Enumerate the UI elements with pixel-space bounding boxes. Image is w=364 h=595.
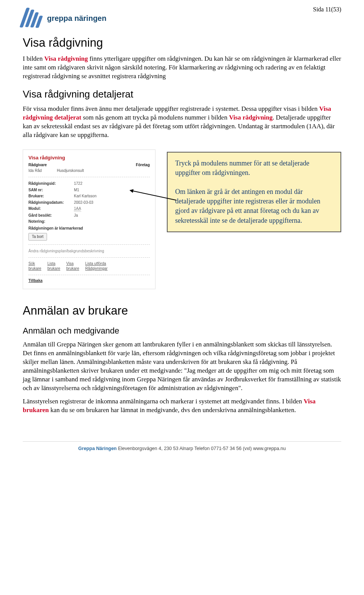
link-lista-utforda[interactable]: Lista utfördaRådgivningar	[85, 261, 108, 271]
link-sok-brukare[interactable]: Sökbrukare	[28, 261, 41, 271]
callout-box: Tryck på modulens nummer för att se deta…	[167, 152, 341, 232]
kv-brukare-value: Karl Karlsson	[74, 194, 96, 199]
kv-modul-label: Modul:	[28, 206, 74, 212]
kv-radgivningsid-label: Rådgivningsid:	[28, 181, 74, 186]
heading-visa-radgivning-detaljerat: Visa rådgivning detaljerat	[23, 88, 341, 101]
paragraph-intro-2: För vissa moduler finns även ännu mer de…	[23, 105, 341, 140]
footer-contact: Elevenborgsvägen 4, 230 53 Alnarp Telefo…	[117, 446, 286, 451]
panel-bottom-links: Sökbrukare Listabrukare Visabrukare List…	[28, 261, 150, 275]
kv-klarmarkerad: Rådgivningen är klarmarkerad	[28, 226, 150, 231]
logo-stripes-icon	[19, 7, 48, 30]
tillbaka-link[interactable]: Tillbaka	[28, 278, 150, 283]
kv-radgivningsid-value: 1722	[74, 181, 82, 186]
kv-datum-label: Rådgivningsdatum:	[28, 200, 74, 205]
panel-title: Visa rådgivning	[28, 154, 150, 161]
ref-visa-radgivning-2: Visa rådgivning	[229, 114, 273, 121]
kv-samnr-value: M1	[74, 187, 79, 193]
ref-visa-radgivning: Visa rådgivning	[44, 55, 88, 62]
panel-radgivare-name: Ida Råd	[28, 168, 42, 173]
heading-anmalan-av-brukare: Anmälan av brukare	[23, 303, 341, 319]
logo-text: greppa näringen	[47, 13, 107, 24]
kv-gard-value: Ja	[74, 213, 78, 218]
kv-notering-label: Notering:	[28, 219, 74, 224]
ta-bort-button[interactable]: Ta bort	[28, 233, 47, 241]
callout-paragraph-2: Om länken är grå är det antingen en modu…	[175, 187, 333, 225]
site-logo: greppa näringen	[23, 8, 341, 29]
heading-anmalan-och-medgivande: Anmälan och medgivande	[23, 325, 341, 337]
andra-radgivningsplan-link[interactable]: Ändra rådgivningsplan/bakgrundsbeskrivni…	[28, 249, 150, 254]
kv-brukare-label: Brukare:	[28, 194, 74, 199]
visa-radgivning-panel: Visa rådgivning Rådgivare Företag Ida Rå…	[23, 150, 155, 289]
paragraph-anmalan-2: Länsstyrelsen registrerar de inkomna anm…	[23, 397, 341, 415]
kv-samnr-label: SAM nr:	[28, 187, 74, 193]
page-number: Sida 11(53)	[313, 5, 341, 14]
heading-visa-radgivning: Visa rådgivning	[23, 35, 341, 51]
document-page: Sida 11(53) greppa näringen Visa rådgivn…	[0, 0, 364, 459]
kv-modul-link[interactable]: 1AA	[74, 206, 81, 212]
link-lista-brukare[interactable]: Listabrukare	[47, 261, 60, 271]
page-footer: Greppa Näringen Elevenborgsvägen 4, 230 …	[23, 441, 341, 452]
footer-brand: Greppa Näringen	[78, 446, 116, 451]
link-visa-brukare[interactable]: Visabrukare	[66, 261, 79, 271]
paragraph-anmalan-1: Anmälan till Greppa Näringen sker genom …	[23, 340, 341, 393]
panel-and-callout-row: Visa rådgivning Rådgivare Företag Ida Rå…	[23, 150, 341, 289]
panel-foretag-name: Husdjurskonsult	[57, 168, 84, 173]
kv-gard-label: Gård besökt:	[28, 213, 74, 218]
callout-paragraph-1: Tryck på modulens nummer för att se deta…	[175, 159, 333, 178]
kv-datum-value: 2002-03-03	[74, 200, 93, 205]
panel-head-foretag: Företag	[136, 162, 150, 168]
paragraph-intro-1: I bilden Visa rådgivning finns ytterliga…	[23, 55, 341, 81]
panel-head-radgivare: Rådgivare	[28, 162, 47, 168]
